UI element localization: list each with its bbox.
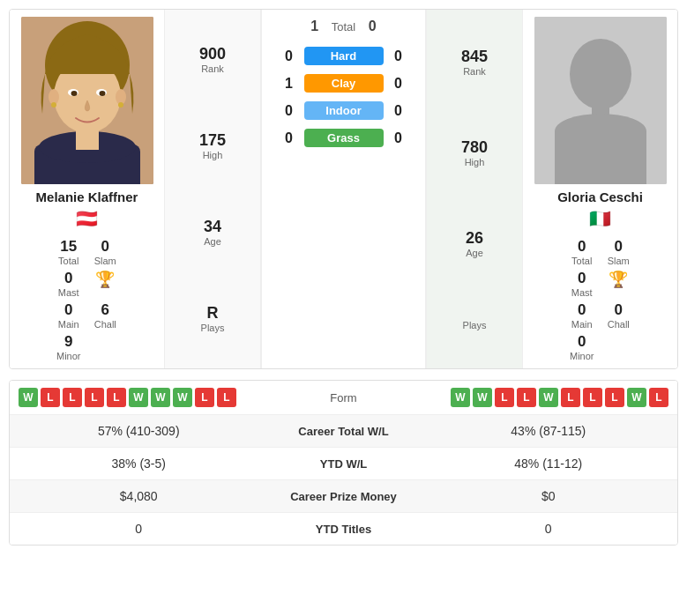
- left-trophy-icon: 🏆: [95, 270, 115, 289]
- ytd-titles-label: YTD Titles: [256, 523, 432, 536]
- right-high: 780 High: [461, 138, 488, 167]
- form-badge: L: [217, 388, 236, 407]
- left-chall-stat: 6 Chall: [93, 301, 118, 330]
- right-total-stat: 0 Total: [570, 238, 594, 266]
- clay-right-score: 0: [389, 76, 408, 92]
- left-player-card: Melanie Klaffner 🇦🇹 15 Total 0 Slam 0 Ma…: [10, 10, 164, 368]
- form-label: Form: [291, 391, 397, 404]
- right-trophy: 🏆: [607, 270, 631, 298]
- right-prize: $0: [432, 489, 666, 503]
- right-player-stats: 0 Total 0 Slam 0 Mast 🏆 0 Main: [570, 238, 631, 361]
- form-badge: L: [63, 388, 82, 407]
- right-player-photo: [534, 17, 667, 184]
- form-badge: L: [85, 388, 104, 407]
- form-badge: W: [451, 388, 470, 407]
- left-slam-stat: 0 Slam: [93, 238, 118, 266]
- left-minor-stat: 9 Minor: [56, 333, 81, 361]
- left-player-stats: 15 Total 0 Slam 0 Mast 🏆 0 Main: [56, 238, 117, 361]
- left-total-score: 1: [305, 19, 325, 34]
- right-career-wl: 43% (87-115): [432, 424, 666, 438]
- form-badge: L: [649, 388, 668, 407]
- svg-point-12: [51, 102, 56, 108]
- left-player-photo: [21, 17, 153, 184]
- form-badge: W: [539, 388, 558, 407]
- match-section: 1 Total 0 0 Hard 0 1 Clay 0 0 Indoor 0 0: [261, 10, 426, 368]
- form-badge: L: [517, 388, 536, 407]
- right-trophy-icon: 🏆: [609, 270, 628, 289]
- svg-point-8: [71, 91, 77, 96]
- form-badge: L: [107, 388, 126, 407]
- top-section: Melanie Klaffner 🇦🇹 15 Total 0 Slam 0 Ma…: [9, 9, 678, 369]
- left-plays: R Plays: [201, 304, 225, 333]
- form-badge: W: [129, 388, 148, 407]
- form-badge: W: [173, 388, 192, 407]
- prize-label: Career Prize Money: [256, 490, 432, 503]
- prize-row: $4,080 Career Prize Money $0: [10, 480, 677, 513]
- right-player-name: Gloria Ceschi: [557, 189, 643, 204]
- right-main-stat: 0 Main: [570, 301, 594, 330]
- ytd-titles-row: 0 YTD Titles 0: [10, 513, 677, 545]
- grass-row: 0 Grass 0: [267, 129, 420, 147]
- form-badge: L: [605, 388, 624, 407]
- right-mast-stat: 0 Mast: [570, 270, 594, 298]
- indoor-row: 0 Indoor 0: [267, 101, 420, 120]
- form-row: WLLLLWWWLL Form WWLLWLLLWL: [10, 381, 677, 415]
- left-age: 34 Age: [204, 218, 221, 247]
- hard-row: 0 Hard 0: [267, 47, 420, 65]
- clay-left-score: 1: [280, 76, 299, 92]
- left-ytd-wl: 38% (3-5): [22, 456, 256, 471]
- right-stats-card: 845 Rank 780 High 26 Age Plays: [426, 10, 523, 368]
- indoor-badge: Indoor: [304, 101, 384, 120]
- total-label: Total: [332, 20, 355, 33]
- right-player-card: Gloria Ceschi 🇮🇹 0 Total 0 Slam 0 Mast 🏆: [523, 10, 677, 368]
- left-form: WLLLLWWWLL: [19, 388, 291, 407]
- grass-left-score: 0: [280, 130, 299, 146]
- grass-badge: Grass: [304, 129, 384, 147]
- left-stats-card: 900 Rank 175 High 34 Age R Plays: [164, 10, 261, 368]
- right-minor-stat: 0 Minor: [570, 333, 594, 361]
- right-total-score: 0: [362, 19, 382, 34]
- career-wl-row: 57% (410-309) Career Total W/L 43% (87-1…: [10, 415, 677, 448]
- right-rank: 845 Rank: [461, 48, 488, 77]
- form-badge: W: [19, 388, 38, 407]
- left-career-wl: 57% (410-309): [22, 424, 256, 438]
- clay-row: 1 Clay 0: [267, 74, 420, 93]
- form-badge: L: [495, 388, 514, 407]
- form-badge: L: [561, 388, 580, 407]
- form-badge: L: [195, 388, 214, 407]
- form-badge: L: [583, 388, 602, 407]
- right-ytd-wl: 48% (11-12): [432, 456, 666, 471]
- left-mast-stat: 0 Mast: [56, 270, 81, 298]
- main-container: Melanie Klaffner 🇦🇹 15 Total 0 Slam 0 Ma…: [0, 0, 687, 554]
- hard-left-score: 0: [280, 48, 299, 64]
- ytd-wl-row: 38% (3-5) YTD W/L 48% (11-12): [10, 448, 677, 480]
- svg-point-15: [570, 39, 631, 109]
- indoor-left-score: 0: [280, 103, 299, 119]
- indoor-right-score: 0: [389, 103, 408, 119]
- right-slam-stat: 0 Slam: [607, 238, 631, 266]
- hard-badge: Hard: [304, 47, 384, 65]
- right-plays: Plays: [463, 320, 487, 330]
- left-trophy: 🏆: [93, 270, 118, 298]
- left-high: 175 High: [199, 131, 226, 160]
- right-form: WWLLWLLLWL: [397, 388, 669, 407]
- left-player-flag: 🇦🇹: [76, 208, 98, 229]
- hard-right-score: 0: [389, 48, 408, 64]
- form-badge: W: [473, 388, 492, 407]
- right-player-flag: 🇮🇹: [589, 208, 611, 229]
- right-age: 26 Age: [466, 229, 483, 258]
- clay-badge: Clay: [304, 74, 384, 93]
- right-ytd-titles: 0: [432, 522, 666, 536]
- svg-point-13: [118, 102, 123, 108]
- career-wl-label: Career Total W/L: [256, 425, 432, 438]
- bottom-section: WLLLLWWWLL Form WWLLWLLLWL 57% (410-309)…: [9, 380, 678, 545]
- left-rank: 900 Rank: [199, 45, 226, 74]
- right-chall-stat: 0 Chall: [607, 301, 631, 330]
- form-badge: W: [151, 388, 170, 407]
- ytd-wl-label: YTD W/L: [256, 457, 432, 471]
- svg-rect-18: [555, 131, 646, 184]
- left-player-name: Melanie Klaffner: [36, 189, 138, 204]
- svg-rect-5: [76, 127, 99, 150]
- svg-point-9: [99, 91, 105, 96]
- form-badge: L: [41, 388, 60, 407]
